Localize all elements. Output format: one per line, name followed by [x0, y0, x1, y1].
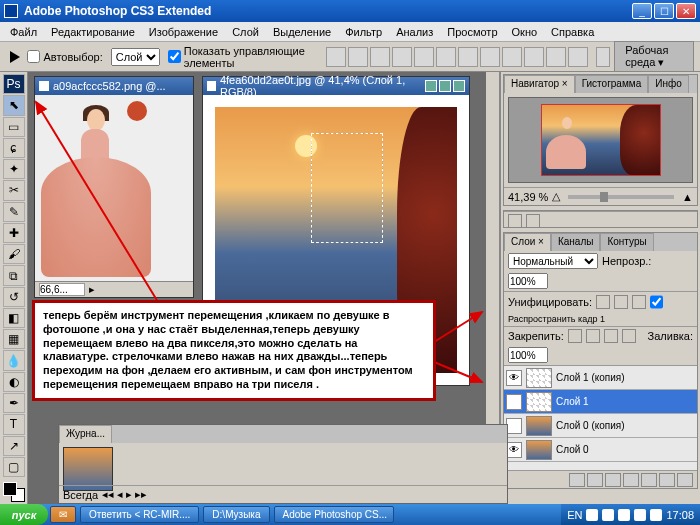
autoselect-checkbox[interactable] — [27, 50, 40, 63]
layer-row[interactable]: Слой 0 (копия) — [504, 414, 697, 438]
ps-logo-icon[interactable]: Ps — [3, 74, 25, 94]
task-button[interactable]: D:\Музыка — [203, 506, 269, 523]
lock-icon[interactable] — [586, 329, 600, 343]
fx-icon[interactable] — [587, 473, 603, 487]
crop-tool[interactable]: ✂ — [3, 180, 25, 200]
distribute-button[interactable] — [458, 47, 478, 67]
tray-icon[interactable] — [602, 509, 614, 521]
navigator-preview[interactable] — [508, 97, 693, 183]
system-tray[interactable]: EN 17:08 — [561, 504, 700, 525]
info-tab[interactable]: Инфо — [648, 75, 689, 93]
animation-panel[interactable]: Журна... Всегда ◂◂ ◂ ▸ ▸▸ — [58, 424, 508, 504]
nav-zoom-slider[interactable] — [568, 195, 674, 199]
show-controls-checkbox[interactable] — [168, 50, 181, 63]
tray-icon[interactable] — [634, 509, 646, 521]
history-brush-tool[interactable]: ↺ — [3, 287, 25, 307]
nav-zoom-value[interactable]: 41,39 % — [508, 191, 548, 203]
navigator-tab[interactable]: Навигатор × — [504, 75, 575, 93]
journal-tab[interactable]: Журна... — [59, 425, 112, 443]
layer-row[interactable]: 👁Слой 1 — [504, 390, 697, 414]
clock[interactable]: 17:08 — [666, 509, 694, 521]
move-tool[interactable]: ⬉ — [3, 95, 25, 115]
link-layers-icon[interactable] — [569, 473, 585, 487]
lock-icon[interactable] — [622, 329, 636, 343]
dodge-tool[interactable]: ◐ — [3, 372, 25, 392]
collapsed-panel[interactable] — [503, 210, 698, 228]
color-swatches[interactable] — [3, 482, 25, 502]
menu-help[interactable]: Справка — [545, 24, 600, 40]
arrange-button[interactable] — [596, 47, 610, 67]
blend-mode-dropdown[interactable]: Нормальный — [508, 253, 598, 269]
close-button[interactable]: ✕ — [676, 3, 696, 19]
layer-row[interactable]: 👁Слой 1 (копия) — [504, 366, 697, 390]
brush-tool[interactable]: 🖌 — [3, 244, 25, 264]
unify-icon[interactable] — [632, 295, 646, 309]
channels-tab[interactable]: Каналы — [551, 233, 601, 251]
gradient-tool[interactable]: ▦ — [3, 329, 25, 349]
distribute-button[interactable] — [568, 47, 588, 67]
adjustment-icon[interactable] — [623, 473, 639, 487]
minimize-button[interactable]: _ — [632, 3, 652, 19]
zoom-out-icon[interactable]: △ — [552, 190, 560, 203]
start-button[interactable]: пуск — [0, 504, 48, 525]
lock-icon[interactable] — [568, 329, 582, 343]
tray-icon[interactable] — [650, 509, 662, 521]
menu-view[interactable]: Просмотр — [441, 24, 503, 40]
visibility-icon[interactable]: 👁 — [506, 370, 522, 386]
workspace-button[interactable]: Рабочая среда ▾ — [614, 41, 694, 72]
unify-icon[interactable] — [596, 295, 610, 309]
doc-max-button[interactable] — [439, 80, 451, 92]
marquee-tool[interactable]: ▭ — [3, 117, 25, 137]
zoom-in-icon[interactable]: ▲ — [682, 191, 693, 203]
align-button[interactable] — [348, 47, 368, 67]
task-button[interactable]: Adobe Photoshop CS... — [274, 506, 394, 523]
align-button[interactable] — [414, 47, 434, 67]
pen-tool[interactable]: ✒ — [3, 393, 25, 413]
repeat-label[interactable]: Всегда — [63, 489, 98, 501]
fill-input[interactable] — [508, 347, 548, 363]
menu-image[interactable]: Изображение — [143, 24, 224, 40]
mask-icon[interactable] — [605, 473, 621, 487]
autoselect-dropdown[interactable]: Слой — [111, 48, 160, 66]
distribute-button[interactable] — [480, 47, 500, 67]
menu-edit[interactable]: Редактирование — [45, 24, 141, 40]
distribute-button[interactable] — [546, 47, 566, 67]
visibility-icon[interactable] — [506, 418, 522, 434]
layers-tab[interactable]: Слои × — [504, 233, 551, 251]
align-button[interactable] — [436, 47, 456, 67]
align-button[interactable] — [326, 47, 346, 67]
eraser-tool[interactable]: ◧ — [3, 308, 25, 328]
eyedropper-tool[interactable]: ✎ — [3, 202, 25, 222]
doc-close-button[interactable] — [453, 80, 465, 92]
align-button[interactable] — [392, 47, 412, 67]
blur-tool[interactable]: 💧 — [3, 350, 25, 370]
opacity-input[interactable] — [508, 273, 548, 289]
path-tool[interactable]: ↗ — [3, 436, 25, 456]
distribute-button[interactable] — [524, 47, 544, 67]
stamp-tool[interactable]: ⧉ — [3, 265, 25, 285]
align-button[interactable] — [370, 47, 390, 67]
delete-layer-icon[interactable] — [677, 473, 693, 487]
menu-file[interactable]: Файл — [4, 24, 43, 40]
move-tool-icon[interactable] — [6, 48, 19, 66]
menu-filter[interactable]: Фильтр — [339, 24, 388, 40]
lasso-tool[interactable]: ɕ — [3, 138, 25, 158]
type-tool[interactable]: T — [3, 414, 25, 434]
tray-icon[interactable] — [618, 509, 630, 521]
menu-analysis[interactable]: Анализ — [390, 24, 439, 40]
healing-tool[interactable]: ✚ — [3, 223, 25, 243]
tray-icon[interactable] — [586, 509, 598, 521]
menu-select[interactable]: Выделение — [267, 24, 337, 40]
document-window-a[interactable]: a09acfccc582.png @... ▸ — [34, 76, 194, 298]
menu-window[interactable]: Окно — [506, 24, 544, 40]
group-icon[interactable] — [641, 473, 657, 487]
lang-indicator[interactable]: EN — [567, 509, 582, 521]
doc-min-button[interactable] — [425, 80, 437, 92]
distribute-button[interactable] — [502, 47, 522, 67]
shape-tool[interactable]: ▢ — [3, 457, 25, 477]
unify-icon[interactable] — [614, 295, 628, 309]
task-button[interactable]: Ответить < RC-MIR.... — [80, 506, 199, 523]
zoom-input[interactable] — [39, 283, 85, 296]
paths-tab[interactable]: Контуры — [600, 233, 653, 251]
menu-layer[interactable]: Слой — [226, 24, 265, 40]
